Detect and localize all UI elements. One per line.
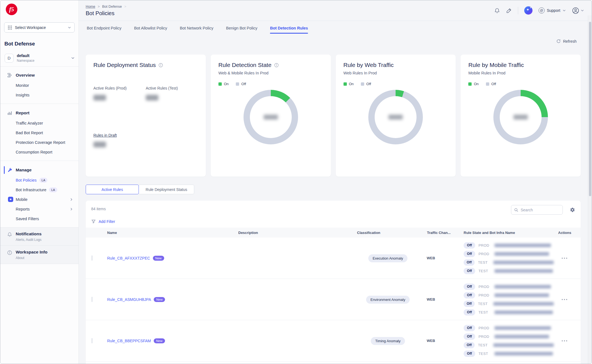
card-subtitle: Mobile Rules In Prod — [468, 71, 573, 75]
info-circle-icon — [7, 250, 12, 260]
sidebar-item-bot-policies[interactable]: Bot Policies LA — [0, 175, 79, 185]
blurred-value — [93, 142, 106, 147]
sidebar-item-bad-bot-report[interactable]: Bad Bot Report — [0, 128, 79, 137]
la-badge: LA — [39, 178, 47, 183]
breadcrumb-home-link[interactable]: Home — [86, 4, 95, 9]
rules-in-draft-link[interactable]: Rules in Draft — [93, 133, 117, 137]
tab-bot-endpoint-policy[interactable]: Bot Endpoint Policy — [87, 26, 121, 34]
blurred-infra-name — [494, 269, 553, 273]
state-badge: Off — [464, 301, 475, 307]
column-description: Description — [235, 231, 353, 235]
card-rule-deployment-status: Rule Deployment Status Active Rules (Pro… — [86, 55, 206, 177]
legend-on-swatch — [344, 82, 347, 86]
namespace-selector[interactable]: D default Namespace — [5, 53, 75, 63]
tab-benign-bot-policy[interactable]: Benign Bot Policy — [226, 26, 258, 34]
sidebar-item-monitor[interactable]: Monitor — [0, 80, 79, 90]
card-title: Rule Detection State — [218, 62, 272, 68]
new-badge: New — [154, 297, 165, 302]
traffic-channel: WEB — [422, 297, 458, 301]
ai-assistant-icon[interactable] — [524, 6, 532, 15]
state-badge: Off — [464, 259, 475, 266]
mobile-traffic-donut — [493, 90, 548, 144]
info-circle-icon[interactable] — [274, 63, 279, 68]
search-box[interactable] — [511, 205, 563, 215]
chevron-right-icon — [70, 198, 73, 201]
sidebar-notifications[interactable]: Notifications Alerts, Audit Logs — [0, 227, 79, 246]
sidebar-workspace-info[interactable]: Workspace Info About — [0, 246, 79, 264]
workspace-selector[interactable]: Select Workspace — [4, 22, 75, 33]
sidebar-item-protection-coverage-report[interactable]: Protection Coverage Report — [0, 137, 79, 147]
tab-bot-network-policy[interactable]: Bot Network Policy — [180, 26, 213, 34]
sidebar-item-insights[interactable]: Insights — [0, 90, 79, 100]
blurred-infra-name — [494, 252, 549, 256]
row-actions-menu[interactable] — [562, 258, 567, 259]
state-badge: Off — [464, 284, 475, 290]
toggle-active-rules[interactable]: Active Rules — [86, 185, 139, 194]
sidebar-section-overview[interactable]: Overview — [0, 70, 79, 80]
sidebar-item-traffic-analyzer[interactable]: Traffic Analyzer — [0, 118, 79, 128]
rule-name-link[interactable]: Rule_CB_BBEPPCSFAM — [107, 339, 151, 343]
blurred-value — [388, 115, 403, 120]
scrollbar-thumb[interactable] — [589, 22, 591, 196]
namespace-label: Namespace — [17, 59, 71, 63]
row-checkbox[interactable] — [92, 297, 92, 302]
search-input[interactable] — [521, 208, 560, 212]
chevron-down-icon — [68, 26, 71, 29]
breadcrumb-section[interactable]: Bot Defense — [102, 4, 122, 9]
column-classification: Classification — [353, 231, 422, 235]
sidebar-item-consumption-report[interactable]: Consumption Report — [0, 147, 79, 157]
column-traffic-channel: Traffic Chan... — [422, 231, 458, 235]
state-badge: Off — [464, 268, 475, 274]
blurred-infra-name — [494, 293, 549, 297]
add-filter-button[interactable]: Add Filter — [91, 219, 575, 224]
rule-state-cell: OffPROD OffPROD OffTEST OffTEST — [458, 284, 554, 316]
blurred-infra-name — [493, 343, 554, 347]
chevron-down-icon — [71, 56, 75, 60]
row-checkbox[interactable] — [92, 255, 92, 261]
state-badge: Off — [464, 350, 475, 357]
blurred-infra-name — [494, 335, 549, 338]
breadcrumb-separator: > — [124, 5, 126, 9]
toggle-rule-deployment-status[interactable]: Rule Deployment Status — [139, 185, 194, 194]
support-menu[interactable]: Support — [539, 7, 566, 14]
main-content: Home > Bot Defense > Bot Policies — [79, 0, 592, 364]
gear-icon[interactable] — [569, 207, 575, 213]
sidebar-item-saved-filters[interactable]: Saved Filters — [0, 214, 79, 223]
donut-legend: On Off — [468, 82, 573, 86]
theme-brush-icon[interactable] — [506, 8, 512, 14]
policy-tabs: Bot Endpoint Policy Bot Allowlist Policy… — [87, 26, 308, 34]
sidebar-item-bot-infrastructure[interactable]: Bot Infrastructure LA — [0, 185, 79, 195]
blurred-infra-name — [493, 302, 554, 306]
tab-bot-detection-rules[interactable]: Bot Detection Rules — [270, 26, 308, 34]
user-menu[interactable] — [572, 7, 584, 14]
sidebar-item-mobile[interactable]: Mobile — [0, 195, 79, 204]
tab-bot-allowlist-policy[interactable]: Bot Allowlist Policy — [134, 26, 167, 34]
blurred-value — [146, 95, 158, 101]
sidebar-section-manage[interactable]: Manage — [0, 165, 79, 175]
column-actions: Actions — [554, 231, 575, 235]
refresh-button[interactable]: Refresh — [556, 39, 577, 44]
divider — [518, 7, 518, 14]
notifications-bell-icon[interactable] — [494, 8, 500, 14]
sidebar-item-reports[interactable]: Reports — [0, 204, 79, 214]
row-checkbox[interactable] — [92, 338, 92, 343]
info-circle-icon[interactable] — [158, 63, 163, 68]
breadcrumb-separator: > — [98, 5, 100, 9]
namespace-avatar: D — [5, 54, 13, 63]
classification-pill: Timing Anomaly — [371, 337, 405, 345]
row-actions-menu[interactable] — [562, 340, 567, 341]
vertical-scrollbar[interactable] — [588, 15, 592, 364]
table-header: Name Description Classification Traffic … — [86, 228, 581, 238]
report-icon — [7, 110, 12, 115]
table-row: Rule_CB_ASMGUHBJPA New Environment Anoma… — [86, 279, 581, 320]
bell-icon — [7, 231, 12, 242]
stat-label: Active Rules (Prod) — [93, 86, 146, 90]
sidebar-section-report[interactable]: Report — [0, 108, 79, 118]
blurred-infra-name — [494, 244, 551, 247]
rule-name-link[interactable]: Rule_CB_ASMGUHBJPA — [107, 297, 151, 302]
sidebar: f5 Select Workspace Bot Defense D defaul… — [0, 0, 79, 364]
rule-name-link[interactable]: Rule_CB_AFXXXTZPEC — [107, 256, 150, 260]
f5-logo[interactable]: f5 — [6, 4, 17, 15]
row-actions-menu[interactable] — [562, 299, 567, 300]
blurred-infra-name — [494, 311, 553, 314]
